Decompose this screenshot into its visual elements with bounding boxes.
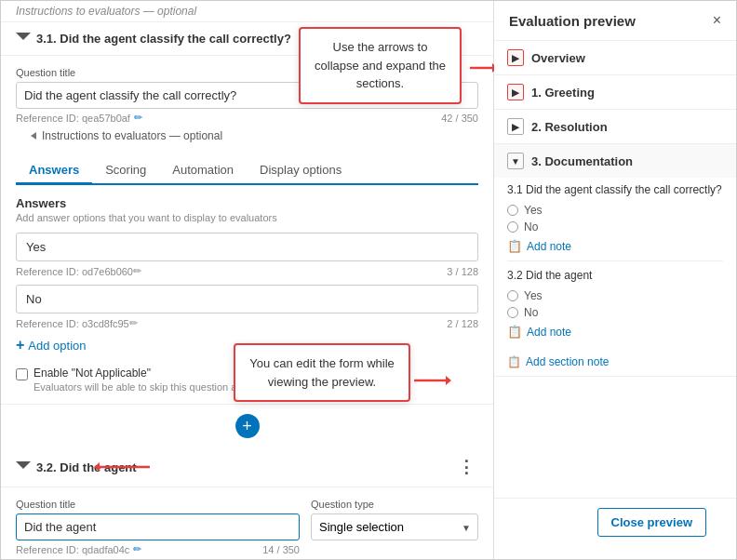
svg-marker-3 [94,462,100,472]
plus-icon-31: + [16,337,24,353]
svg-marker-1 [492,63,494,73]
section-note-icon: 📋 [507,355,521,368]
evaluation-preview-title: Evaluation preview [509,13,636,29]
not-applicable-checkbox[interactable] [16,368,28,380]
preview-q32-no: No [507,306,723,319]
tooltip-arrows: Use the arrows to collapse and expand th… [299,27,462,104]
question-title-input-32[interactable] [16,513,300,540]
preview-resolution-header[interactable]: ▶ 2. Resolution [494,110,736,143]
overview-expand-arrow[interactable]: ▶ [507,49,524,66]
greeting-label: 1. Greeting [531,86,595,100]
add-circle-icon[interactable]: + [235,414,260,438]
preview-q32-yes: Yes [507,289,723,302]
red-arrow-left-input [94,457,150,474]
ref-row-32: Reference ID: qdadfa04c ✏ 14 / 350 [16,543,300,555]
section-32-collapse-arrow[interactable] [16,461,31,473]
tooltip-edit: You can edit the form while viewing the … [234,343,410,402]
close-preview-x-btn[interactable]: × [713,12,721,29]
answer-ref-yes: Reference ID: od7e6b060 ✏ 3 / 128 [16,265,478,277]
preview-section-greeting: ▶ 1. Greeting [494,75,736,110]
answer-option-yes[interactable]: Yes [16,233,478,261]
preview-q-32: 3.2 Did the agent [507,269,723,282]
add-section-note-label: Add section note [526,355,609,368]
svg-marker-5 [446,376,451,385]
top-instructions-bar: Instructions to evaluators — optional [1,1,493,22]
tab-display-options-31[interactable]: Display options [247,157,355,185]
tab-scoring-31[interactable]: Scoring [92,157,159,185]
preview-q31-yes: Yes [507,204,723,217]
overflow-menu-32[interactable]: ⋮ [454,457,478,477]
close-preview-bar: Close preview [494,498,736,559]
edit-icon-31[interactable]: ✏ [134,112,142,124]
overview-label: Overview [531,51,585,65]
question-title-label-32: Question title [16,499,300,510]
q-divider [507,260,723,261]
instructions-expand-32[interactable]: Instructions to evaluators — optional [16,555,478,559]
red-arrow-right-preview [414,373,451,391]
answer-ref-no: Reference ID: o3cd8fc95 ✏ 2 / 128 [16,317,478,329]
answer-option-no[interactable]: No [16,285,478,313]
section-32-header[interactable]: 3.2. Did the agent ⋮ [1,447,493,487]
radio-q32-no[interactable] [507,307,518,318]
resolution-expand-arrow[interactable]: ▶ [507,118,524,135]
section-31-collapse-arrow[interactable] [16,33,31,45]
tab-answers-31[interactable]: Answers [16,157,92,185]
question-type-label-32: Question type [311,499,478,510]
preview-scroll: ▶ Overview ▶ 1. Greeting ▶ 2. Resolution [494,41,736,498]
add-note-label-q31: Add note [527,240,571,253]
instructions-expand-31[interactable]: Instructions to evaluators — optional [16,124,478,148]
preview-section-resolution: ▶ 2. Resolution [494,110,736,144]
edit-icon-32[interactable]: ✏ [133,543,141,555]
radio-q32-yes[interactable] [507,290,518,301]
instructions-tri-31 [31,132,36,140]
right-panel-header: Evaluation preview × [494,1,736,41]
preview-q31-add-note[interactable]: 📋 Add note [507,239,723,253]
preview-section-overview: ▶ Overview [494,41,736,75]
greeting-expand-arrow[interactable]: ▶ [507,84,524,100]
radio-q31-yes[interactable] [507,205,518,216]
preview-q-31: 3.1 Did the agent classify the call corr… [507,183,723,196]
add-note-label-q32: Add note [527,326,571,339]
edit-icon-no[interactable]: ✏ [129,317,138,329]
note-icon-q31: 📋 [507,239,522,253]
add-between-sections[interactable]: + [1,414,493,438]
add-option-label-31: Add option [28,339,86,353]
preview-q32-add-note[interactable]: 📋 Add note [507,325,723,339]
preview-documentation-header[interactable]: ▼ 3. Documentation [494,144,736,178]
tabs-bar-31: Answers Scoring Automation Display optio… [16,157,478,185]
section-31-title: 3.1. Did the agent classify the call cor… [36,32,291,46]
preview-q31-no: No [507,220,723,233]
note-icon-q32: 📋 [507,325,522,339]
documentation-content: 3.1 Did the agent classify the call corr… [494,178,736,348]
preview-section-documentation: ▼ 3. Documentation 3.1 Did the agent cla… [494,144,736,377]
answers-title-31: Answers [16,196,478,210]
ref-row-31: Reference ID: qea57b0af ✏ 42 / 350 [16,112,478,124]
right-panel: Evaluation preview × ▶ Overview ▶ 1. Gre… [494,1,736,559]
documentation-label: 3. Documentation [531,154,633,168]
red-arrow-right-top [470,60,494,78]
preview-greeting-header[interactable]: ▶ 1. Greeting [494,75,736,109]
preview-overview-header[interactable]: ▶ Overview [494,41,736,74]
documentation-collapse-arrow[interactable]: ▼ [507,153,524,169]
question-type-select-32[interactable]: Single selection [311,513,478,540]
tab-automation-31[interactable]: Automation [159,157,247,185]
answers-subtitle-31: Add answer options that you want to disp… [16,212,478,223]
close-preview-button[interactable]: Close preview [597,508,706,537]
radio-q31-no[interactable] [507,221,518,233]
preview-add-section-note[interactable]: 📋 Add section note [494,348,736,376]
edit-icon-yes[interactable]: ✏ [133,265,141,277]
resolution-label: 2. Resolution [531,120,608,134]
section-32-block: Question title Reference ID: qdadfa04c ✏… [1,487,493,559]
